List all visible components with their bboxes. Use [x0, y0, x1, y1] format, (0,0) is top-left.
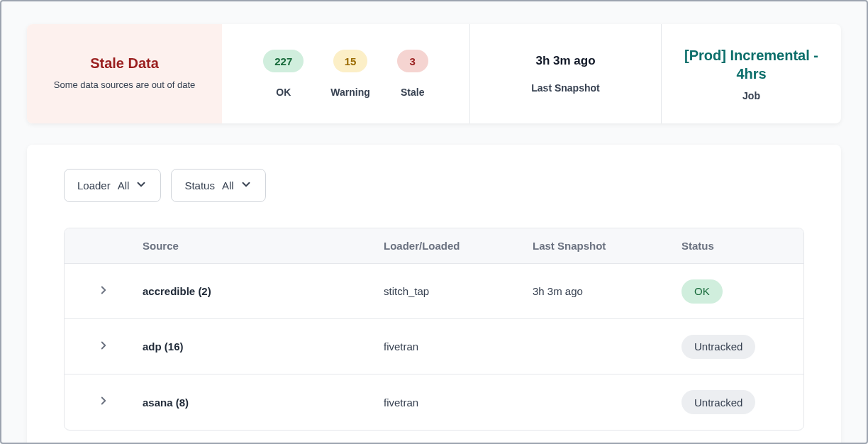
count-ok: 227 OK [263, 50, 304, 98]
stale-alert-title: Stale Data [90, 55, 159, 72]
source-name: asana (8) [143, 396, 384, 409]
loader-filter-name: Loader [77, 179, 111, 192]
status-badge: Untracked [681, 390, 755, 414]
sources-card: Loader All Status All Source Loader/Load… [27, 145, 841, 444]
header-loader: Loader/Loaded [384, 240, 533, 252]
status-filter-value: All [222, 179, 234, 192]
loader-filter-button[interactable]: Loader All [64, 169, 161, 202]
loader-name: fivetran [384, 340, 533, 353]
job-panel: [Prod] Incremental - 4hrs Job [662, 24, 841, 123]
chevron-down-icon [240, 178, 252, 193]
loader-name: fivetran [384, 396, 533, 409]
chevron-right-icon[interactable] [97, 339, 110, 355]
job-name-link[interactable]: [Prod] Incremental - 4hrs [676, 46, 827, 83]
source-name: adp (16) [143, 340, 384, 353]
last-snapshot-panel: 3h 3m ago Last Snapshot [470, 24, 662, 123]
status-counts: 227 OK 15 Warning 3 Stale [222, 24, 470, 123]
loader-filter-value: All [118, 179, 130, 192]
table-header: Source Loader/Loaded Last Snapshot Statu… [65, 228, 803, 264]
stale-alert-subtitle: Some data sources are out of date [54, 79, 195, 91]
status-filter-button[interactable]: Status All [171, 169, 265, 202]
sources-table: Source Loader/Loaded Last Snapshot Statu… [64, 228, 804, 431]
table-row: adp (16) fivetran Untracked [65, 319, 803, 374]
header-snapshot: Last Snapshot [533, 240, 681, 252]
header-status: Status [681, 240, 803, 252]
table-row: accredible (2) stitch_tap 3h 3m ago OK [65, 264, 803, 319]
source-name: accredible (2) [143, 285, 384, 297]
count-warning-badge: 15 [333, 50, 368, 72]
job-label: Job [742, 90, 760, 101]
filter-row: Loader All Status All [64, 169, 804, 202]
count-warning-label: Warning [330, 87, 369, 98]
chevron-right-icon[interactable] [97, 284, 110, 299]
summary-bar: Stale Data Some data sources are out of … [27, 24, 841, 123]
count-stale: 3 Stale [397, 50, 428, 98]
loader-name: stitch_tap [384, 285, 533, 297]
last-snapshot-value: 3h 3m ago [535, 54, 595, 68]
status-filter-name: Status [184, 179, 215, 192]
header-source: Source [143, 240, 384, 252]
chevron-right-icon[interactable] [97, 394, 110, 410]
status-badge: Untracked [681, 335, 755, 359]
status-badge: OK [681, 279, 723, 304]
snapshot-time: 3h 3m ago [533, 285, 681, 297]
table-row: asana (8) fivetran Untracked [65, 374, 803, 430]
last-snapshot-label: Last Snapshot [531, 82, 599, 94]
count-warning: 15 Warning [330, 50, 369, 98]
count-stale-label: Stale [401, 87, 424, 98]
chevron-down-icon [135, 178, 148, 193]
count-ok-label: OK [276, 87, 291, 98]
count-ok-badge: 227 [263, 50, 304, 72]
count-stale-badge: 3 [397, 50, 428, 72]
stale-alert-panel: Stale Data Some data sources are out of … [27, 24, 222, 123]
